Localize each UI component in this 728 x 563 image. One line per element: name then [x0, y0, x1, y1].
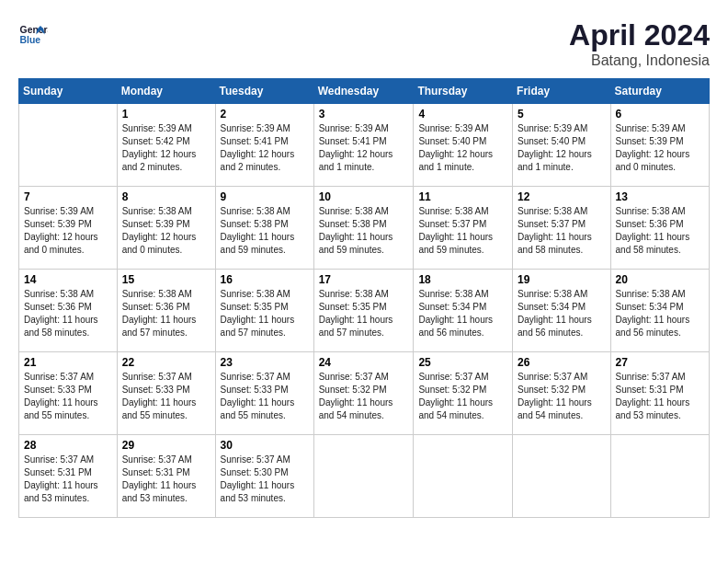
day-info: Sunrise: 5:38 AMSunset: 5:36 PMDaylight:…: [24, 288, 112, 339]
calendar-cell: 8Sunrise: 5:38 AMSunset: 5:39 PMDaylight…: [117, 187, 215, 270]
day-number: 22: [122, 356, 210, 369]
day-info: Sunrise: 5:39 AMSunset: 5:42 PMDaylight:…: [122, 122, 210, 174]
day-info: Sunrise: 5:38 AMSunset: 5:34 PMDaylight:…: [418, 288, 507, 339]
calendar-cell: 17Sunrise: 5:38 AMSunset: 5:35 PMDayligh…: [313, 270, 414, 352]
week-row-5: 28Sunrise: 5:37 AMSunset: 5:31 PMDayligh…: [19, 435, 710, 518]
day-info: Sunrise: 5:38 AMSunset: 5:35 PMDaylight:…: [221, 288, 309, 339]
calendar-cell: 25Sunrise: 5:37 AMSunset: 5:32 PMDayligh…: [414, 352, 513, 435]
week-row-2: 7Sunrise: 5:39 AMSunset: 5:39 PMDaylight…: [19, 187, 710, 270]
calendar-cell: 14Sunrise: 5:38 AMSunset: 5:36 PMDayligh…: [19, 270, 118, 352]
calendar-cell: 2Sunrise: 5:39 AMSunset: 5:41 PMDaylight…: [215, 104, 313, 187]
day-number: 5: [518, 108, 605, 121]
day-number: 6: [616, 108, 704, 121]
day-info: Sunrise: 5:39 AMSunset: 5:40 PMDaylight:…: [518, 122, 605, 174]
calendar-cell: 7Sunrise: 5:39 AMSunset: 5:39 PMDaylight…: [19, 187, 118, 270]
day-info: Sunrise: 5:37 AMSunset: 5:32 PMDaylight:…: [518, 371, 605, 422]
col-header-friday: Friday: [513, 79, 610, 104]
day-number: 11: [418, 190, 507, 203]
day-number: 17: [319, 273, 409, 286]
calendar-cell: 4Sunrise: 5:39 AMSunset: 5:40 PMDaylight…: [414, 104, 513, 187]
calendar-cell: 23Sunrise: 5:37 AMSunset: 5:33 PMDayligh…: [215, 352, 313, 435]
day-info: Sunrise: 5:37 AMSunset: 5:31 PMDaylight:…: [122, 454, 210, 505]
day-info: Sunrise: 5:37 AMSunset: 5:31 PMDaylight:…: [24, 454, 112, 505]
day-info: Sunrise: 5:37 AMSunset: 5:33 PMDaylight:…: [24, 371, 112, 422]
day-info: Sunrise: 5:38 AMSunset: 5:34 PMDaylight:…: [518, 288, 605, 339]
calendar-cell: 9Sunrise: 5:38 AMSunset: 5:38 PMDaylight…: [215, 187, 313, 270]
week-row-3: 14Sunrise: 5:38 AMSunset: 5:36 PMDayligh…: [19, 270, 710, 352]
day-info: Sunrise: 5:39 AMSunset: 5:40 PMDaylight:…: [418, 122, 507, 174]
col-header-wednesday: Wednesday: [313, 79, 414, 104]
day-number: 21: [24, 356, 112, 369]
day-info: Sunrise: 5:38 AMSunset: 5:34 PMDaylight:…: [616, 288, 704, 339]
calendar-table: SundayMondayTuesdayWednesdayThursdayFrid…: [18, 78, 710, 518]
calendar-cell: 28Sunrise: 5:37 AMSunset: 5:31 PMDayligh…: [19, 435, 118, 518]
day-number: 15: [122, 273, 210, 286]
day-number: 29: [122, 439, 210, 452]
day-number: 1: [122, 108, 210, 121]
day-info: Sunrise: 5:37 AMSunset: 5:30 PMDaylight:…: [221, 454, 309, 505]
col-header-monday: Monday: [117, 79, 215, 104]
day-number: 18: [418, 273, 507, 286]
calendar-cell: 18Sunrise: 5:38 AMSunset: 5:34 PMDayligh…: [414, 270, 513, 352]
day-info: Sunrise: 5:37 AMSunset: 5:32 PMDaylight:…: [319, 371, 409, 422]
day-info: Sunrise: 5:39 AMSunset: 5:39 PMDaylight:…: [24, 205, 112, 257]
calendar-cell: 21Sunrise: 5:37 AMSunset: 5:33 PMDayligh…: [19, 352, 118, 435]
day-number: 30: [221, 439, 309, 452]
calendar-cell: 16Sunrise: 5:38 AMSunset: 5:35 PMDayligh…: [215, 270, 313, 352]
day-info: Sunrise: 5:37 AMSunset: 5:33 PMDaylight:…: [221, 371, 309, 422]
day-number: 8: [122, 190, 210, 203]
day-info: Sunrise: 5:38 AMSunset: 5:37 PMDaylight:…: [518, 205, 605, 257]
day-number: 10: [319, 190, 409, 203]
day-number: 2: [221, 108, 309, 121]
day-info: Sunrise: 5:37 AMSunset: 5:33 PMDaylight:…: [122, 371, 210, 422]
day-number: 27: [616, 356, 704, 369]
calendar-cell: 1Sunrise: 5:39 AMSunset: 5:42 PMDaylight…: [117, 104, 215, 187]
col-header-tuesday: Tuesday: [215, 79, 313, 104]
day-info: Sunrise: 5:38 AMSunset: 5:35 PMDaylight:…: [319, 288, 409, 339]
day-number: 13: [616, 190, 704, 203]
calendar-cell: 27Sunrise: 5:37 AMSunset: 5:31 PMDayligh…: [610, 352, 709, 435]
month-title: April 2024: [569, 18, 710, 52]
logo: General Blue: [18, 18, 48, 48]
day-number: 3: [319, 108, 409, 121]
day-info: Sunrise: 5:38 AMSunset: 5:37 PMDaylight:…: [418, 205, 507, 257]
day-number: 19: [518, 273, 605, 286]
day-info: Sunrise: 5:39 AMSunset: 5:41 PMDaylight:…: [319, 122, 409, 174]
day-info: Sunrise: 5:37 AMSunset: 5:32 PMDaylight:…: [418, 371, 507, 422]
calendar-cell: 30Sunrise: 5:37 AMSunset: 5:30 PMDayligh…: [215, 435, 313, 518]
day-number: 24: [319, 356, 409, 369]
day-number: 23: [221, 356, 309, 369]
week-row-1: 1Sunrise: 5:39 AMSunset: 5:42 PMDaylight…: [19, 104, 710, 187]
day-info: Sunrise: 5:37 AMSunset: 5:31 PMDaylight:…: [616, 371, 704, 422]
calendar-cell: 13Sunrise: 5:38 AMSunset: 5:36 PMDayligh…: [610, 187, 709, 270]
page-header: General Blue April 2024 Batang, Indonesi…: [18, 18, 710, 69]
calendar-cell: 10Sunrise: 5:38 AMSunset: 5:38 PMDayligh…: [313, 187, 414, 270]
day-info: Sunrise: 5:38 AMSunset: 5:38 PMDaylight:…: [221, 205, 309, 257]
calendar-cell: [313, 435, 414, 518]
calendar-cell: 19Sunrise: 5:38 AMSunset: 5:34 PMDayligh…: [513, 270, 610, 352]
calendar-cell: 11Sunrise: 5:38 AMSunset: 5:37 PMDayligh…: [414, 187, 513, 270]
col-header-saturday: Saturday: [610, 79, 709, 104]
calendar-cell: 24Sunrise: 5:37 AMSunset: 5:32 PMDayligh…: [313, 352, 414, 435]
day-number: 14: [24, 273, 112, 286]
calendar-cell: [610, 435, 709, 518]
col-header-sunday: Sunday: [19, 79, 118, 104]
calendar-cell: 12Sunrise: 5:38 AMSunset: 5:37 PMDayligh…: [513, 187, 610, 270]
day-info: Sunrise: 5:39 AMSunset: 5:39 PMDaylight:…: [616, 122, 704, 174]
location: Batang, Indonesia: [569, 52, 710, 69]
calendar-cell: 29Sunrise: 5:37 AMSunset: 5:31 PMDayligh…: [117, 435, 215, 518]
day-number: 9: [221, 190, 309, 203]
week-row-4: 21Sunrise: 5:37 AMSunset: 5:33 PMDayligh…: [19, 352, 710, 435]
day-info: Sunrise: 5:38 AMSunset: 5:38 PMDaylight:…: [319, 205, 409, 257]
day-info: Sunrise: 5:38 AMSunset: 5:39 PMDaylight:…: [122, 205, 210, 257]
calendar-cell: 22Sunrise: 5:37 AMSunset: 5:33 PMDayligh…: [117, 352, 215, 435]
calendar-header-row: SundayMondayTuesdayWednesdayThursdayFrid…: [19, 79, 710, 104]
title-block: April 2024 Batang, Indonesia: [569, 18, 710, 69]
day-number: 7: [24, 190, 112, 203]
svg-text:Blue: Blue: [20, 35, 41, 45]
day-info: Sunrise: 5:38 AMSunset: 5:36 PMDaylight:…: [122, 288, 210, 339]
day-number: 20: [616, 273, 704, 286]
calendar-cell: 26Sunrise: 5:37 AMSunset: 5:32 PMDayligh…: [513, 352, 610, 435]
day-number: 26: [518, 356, 605, 369]
day-number: 4: [418, 108, 507, 121]
